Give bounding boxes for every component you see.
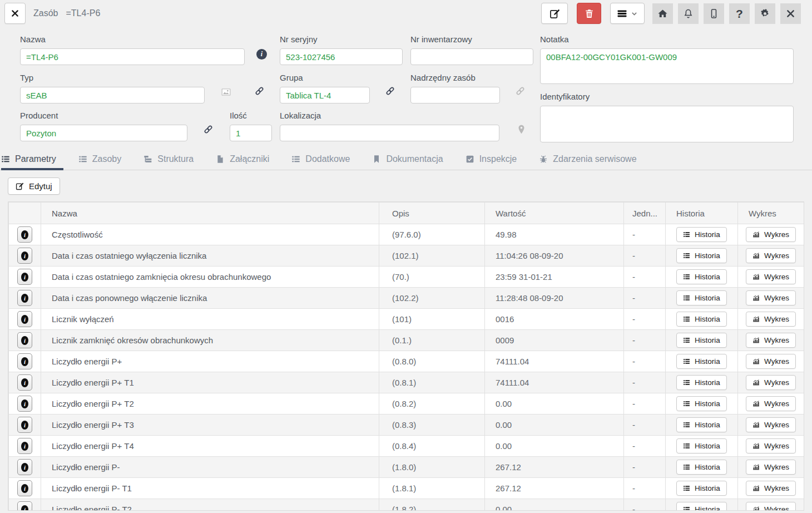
chart-button[interactable]: Wykres xyxy=(746,502,796,511)
row-info-button[interactable]: i xyxy=(17,501,32,511)
help-button[interactable]: ? xyxy=(729,3,750,24)
nazwa-input[interactable] xyxy=(20,48,245,65)
history-button[interactable]: Historia xyxy=(676,481,727,496)
tab-zdarzenia[interactable]: Zdarzenia serwisowe xyxy=(532,148,643,170)
row-info-button[interactable]: i xyxy=(17,417,32,433)
chart-icon xyxy=(752,506,760,511)
param-opis: (1.8.1) xyxy=(379,478,485,499)
typ-input[interactable] xyxy=(20,87,205,103)
chart-button[interactable]: Wykres xyxy=(746,312,796,327)
tab-dokumentacja[interactable]: Dokumentacja xyxy=(365,148,450,170)
tab-dodatkowe[interactable]: Dodatkowe xyxy=(284,148,357,170)
history-button[interactable]: Historia xyxy=(676,227,727,242)
column-header-wartosc: Wartość xyxy=(485,203,624,224)
table-row: iLiczydło energii P+ T4(0.8.4)0.00-Histo… xyxy=(9,436,804,457)
producent-link-icon[interactable] xyxy=(203,124,214,135)
row-info-button[interactable]: i xyxy=(17,290,32,306)
table-row: iCzęstotliwość(97.6.0)49.98-HistoriaWykr… xyxy=(9,224,804,245)
column-header-wykres: Wykres xyxy=(738,203,804,224)
settings-button[interactable] xyxy=(755,3,775,24)
chart-button[interactable]: Wykres xyxy=(746,290,796,305)
tab-inspekcje[interactable]: Inspekcje xyxy=(458,148,524,170)
row-info-button[interactable]: i xyxy=(17,353,32,369)
history-button[interactable]: Historia xyxy=(676,290,727,305)
edit-button[interactable] xyxy=(541,3,568,24)
history-button[interactable]: Historia xyxy=(676,248,727,263)
tab-label: Załączniki xyxy=(230,154,269,164)
nadrzedny-zasob-input[interactable] xyxy=(410,87,500,103)
notifications-button[interactable] xyxy=(678,3,699,24)
history-button[interactable]: Historia xyxy=(676,502,727,511)
nr-inwentarzowy-input[interactable] xyxy=(410,48,533,65)
close-app-button[interactable] xyxy=(780,3,801,24)
history-button[interactable]: Historia xyxy=(676,269,727,284)
location-pin-icon[interactable] xyxy=(516,124,527,135)
producent-input[interactable] xyxy=(20,125,187,141)
chart-button[interactable]: Wykres xyxy=(746,396,796,411)
tab-zasoby[interactable]: Zasoby xyxy=(71,148,128,170)
row-info-button[interactable]: i xyxy=(17,459,32,475)
chart-button[interactable]: Wykres xyxy=(746,460,796,475)
history-button[interactable]: Historia xyxy=(676,396,727,411)
chart-icon xyxy=(752,252,760,259)
tab-struktura[interactable]: Struktura xyxy=(136,148,201,170)
column-header-icon xyxy=(9,203,41,224)
nadrzedny-link-icon[interactable] xyxy=(515,86,526,96)
identyfikatory-textarea[interactable] xyxy=(540,106,794,142)
chart-button[interactable]: Wykres xyxy=(746,248,796,263)
grupa-link-icon[interactable] xyxy=(385,86,395,96)
param-jedn: - xyxy=(624,478,666,499)
notatka-textarea[interactable]: 00BFA12-00GCY01GK001-GW009 xyxy=(540,48,794,84)
chart-button[interactable]: Wykres xyxy=(746,354,796,369)
chart-button[interactable]: Wykres xyxy=(746,333,796,348)
asset-form: Nazwa i Nr seryjny Nr inwentarzowy Notat… xyxy=(0,27,812,148)
param-nazwa: Licznik wyłączeń xyxy=(41,309,379,330)
edit-parameters-button[interactable]: Edytuj xyxy=(8,177,60,195)
history-button[interactable]: Historia xyxy=(676,333,727,348)
chart-button[interactable]: Wykres xyxy=(746,481,796,496)
chart-button[interactable]: Wykres xyxy=(746,227,796,242)
mobile-button[interactable] xyxy=(704,3,724,24)
nr-seryjny-input[interactable] xyxy=(280,48,403,65)
chart-button[interactable]: Wykres xyxy=(746,417,796,432)
chart-button[interactable]: Wykres xyxy=(746,375,796,390)
tab-parametry[interactable]: Parametry xyxy=(1,148,63,170)
delete-button[interactable] xyxy=(577,3,601,24)
row-info-button[interactable]: i xyxy=(17,311,32,327)
tab-label: Dodatkowe xyxy=(305,154,350,164)
row-info-button[interactable]: i xyxy=(17,438,32,454)
history-button[interactable]: Historia xyxy=(676,312,727,327)
close-record-button[interactable] xyxy=(4,3,26,24)
tab-zalaczniki[interactable]: Załączniki xyxy=(209,148,276,170)
history-button[interactable]: Historia xyxy=(676,354,727,369)
param-nazwa: Liczydło energii P+ T3 xyxy=(41,415,379,436)
lokalizacja-input[interactable] xyxy=(280,125,499,141)
history-button[interactable]: Historia xyxy=(676,375,727,390)
history-button[interactable]: Historia xyxy=(676,460,727,475)
row-info-button[interactable]: i xyxy=(17,480,32,496)
chart-button[interactable]: Wykres xyxy=(746,438,796,453)
image-icon[interactable] xyxy=(221,87,231,97)
row-info-button[interactable]: i xyxy=(17,248,32,264)
param-jedn: - xyxy=(624,309,666,330)
column-header-nazwa: Nazwa xyxy=(41,203,379,224)
row-info-button[interactable]: i xyxy=(17,396,32,412)
param-wartosc: 11:04:26 08-09-20 xyxy=(485,245,624,267)
info-icon[interactable]: i xyxy=(256,49,267,60)
param-opis: (101) xyxy=(379,309,485,330)
row-info-button[interactable]: i xyxy=(17,374,32,391)
bookmark-icon xyxy=(372,155,381,164)
typ-link-icon[interactable] xyxy=(254,86,265,96)
ilosc-input[interactable] xyxy=(230,125,272,141)
menu-button[interactable] xyxy=(610,3,645,24)
row-info-button[interactable]: i xyxy=(17,226,32,243)
history-button[interactable]: Historia xyxy=(676,438,727,453)
table-row: iLiczydło energii P+ T3(0.8.3)0.00-Histo… xyxy=(9,415,804,436)
row-info-button[interactable]: i xyxy=(17,332,32,348)
home-button[interactable] xyxy=(652,3,673,24)
row-info-button[interactable]: i xyxy=(17,269,32,285)
grupa-input[interactable] xyxy=(280,87,370,103)
history-button[interactable]: Historia xyxy=(676,417,727,432)
chart-button[interactable]: Wykres xyxy=(746,269,796,284)
chart-icon xyxy=(752,294,760,302)
